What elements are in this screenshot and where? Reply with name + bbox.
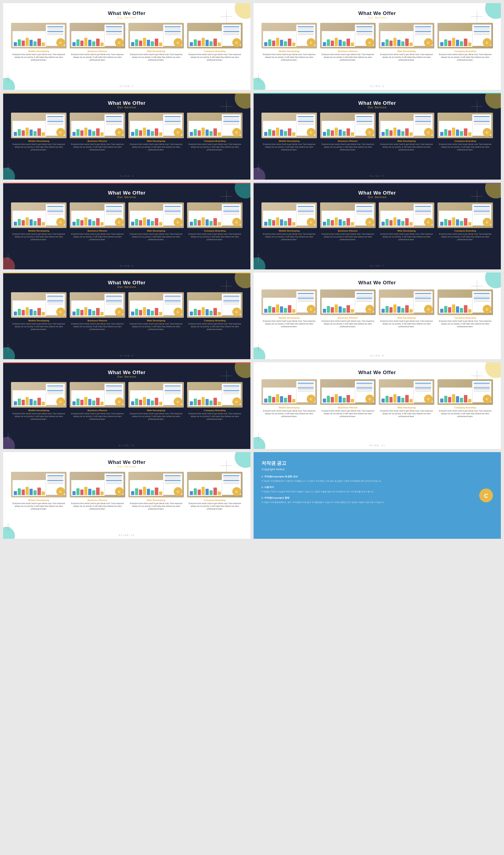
service-desc: Everyone here works hard to get clients … <box>379 53 434 61</box>
chart-area <box>380 388 414 403</box>
chart-area <box>71 31 105 47</box>
service-desc: Everyone here works hard to get clients … <box>187 502 243 510</box>
logo-badge: C <box>232 308 241 316</box>
slide-6: What We Offer Our Service C Mobil <box>3 183 250 269</box>
service-image: C <box>128 472 184 497</box>
copyright-slide: 저작권 공고 Copyright Notice 1. 저작권(Copyright… <box>254 452 501 539</box>
slide-number: SLIDE 3 <box>254 85 501 87</box>
copyright-logo: C <box>479 489 493 503</box>
service-desc: Everyone here works hard to get clients … <box>11 143 67 151</box>
slide-number: SLIDE 6 <box>3 265 250 267</box>
service-item: C Business Planner Everyone here works h… <box>320 202 376 241</box>
service-item: C Company Branding Everyone here works h… <box>187 113 243 151</box>
service-item: C Web Developing Everyone here works har… <box>379 289 434 328</box>
logo-badge: C <box>232 487 241 496</box>
chart-area <box>71 480 105 496</box>
slide-number: SLIDE 12 <box>3 534 250 536</box>
slide-inner: What We Offer Our Service C Mobil <box>3 183 250 269</box>
service-image: C <box>70 292 125 318</box>
service-desc: Everyone here works hard to get clients … <box>70 323 125 331</box>
service-item: C Mobile Developing Everyone here works … <box>261 379 317 418</box>
service-name: Web Developing <box>379 406 434 409</box>
logo-badge: C <box>424 305 433 313</box>
service-name: Web Developing <box>128 409 184 412</box>
chart-area <box>189 300 222 316</box>
slide-number: SLIDE 2 <box>3 85 250 87</box>
slide-7: What We Offer Our Service C Mobil <box>254 183 501 269</box>
service-desc: Everyone here works hard to get clients … <box>261 410 317 418</box>
service-name: Company Branding <box>437 406 493 409</box>
service-name: Business Planner <box>70 409 125 412</box>
service-name: Mobile Developing <box>261 317 317 319</box>
logo-badge: C <box>307 305 315 313</box>
slides-last-row: What We Offer Our Service C Mobil <box>0 452 504 542</box>
chart-area <box>322 31 355 47</box>
logo-badge: C <box>424 38 433 47</box>
slide-title: What We Offer <box>261 280 493 286</box>
copyright-section-content: 이 파일의 저작권을 침해하는 경우, 저작권법에 따른 법적 조치를 받을 수… <box>261 501 469 504</box>
slide-number: SLIDE 7 <box>254 265 501 267</box>
service-item: C Business Planner Everyone here works h… <box>70 472 125 510</box>
service-name: Company Branding <box>187 319 243 322</box>
slide-2: What We Offer Our Service C Mobil <box>3 3 250 90</box>
service-desc: Everyone here works hard to get clients … <box>128 502 184 510</box>
slide-title: What We Offer <box>11 459 243 465</box>
logo-badge: C <box>115 487 124 496</box>
chart-area <box>189 31 222 47</box>
service-image: C <box>261 113 317 138</box>
service-image: C <box>11 202 67 228</box>
service-name: Business Planner <box>320 140 376 142</box>
service-item: C Mobile Developing Everyone here works … <box>261 113 317 151</box>
service-image: C <box>187 382 243 408</box>
service-image: C <box>128 382 184 408</box>
service-name: Company Branding <box>437 230 493 232</box>
logo-badge: C <box>174 38 182 47</box>
service-item: C Mobile Developing Everyone here works … <box>11 202 67 241</box>
copyright-section-content: 이 파일은 개인적, 비상업적 목적으로만 사용할 수 있습니다. 상업적 이용… <box>261 490 469 493</box>
slide-subtitle: Our Service <box>11 196 243 198</box>
service-item: C Mobile Developing Everyone here works … <box>261 23 317 61</box>
service-name: Business Planner <box>70 319 125 322</box>
slides-grid: What We Offer Our Service C Mobil <box>0 0 504 452</box>
service-image: C <box>320 379 376 405</box>
service-desc: Everyone here works hard to get clients … <box>261 320 317 328</box>
service-image: C <box>437 379 493 405</box>
logo-badge: C <box>56 397 65 406</box>
service-item: C Company Branding Everyone here works h… <box>437 23 493 61</box>
service-image: C <box>437 202 493 228</box>
chart-area <box>263 298 296 313</box>
service-desc: Everyone here works hard to get clients … <box>11 502 67 510</box>
service-name: Mobile Developing <box>261 50 317 52</box>
slide-inner: What We Offer Our Service C Mobil <box>3 93 250 180</box>
logo-badge: C <box>232 38 241 47</box>
chart-area <box>189 211 222 226</box>
service-desc: Everyone here works hard to get clients … <box>70 233 125 241</box>
service-desc: Everyone here works hard to get clients … <box>128 233 184 241</box>
service-item: C Company Branding Everyone here works h… <box>187 382 243 421</box>
slide-8: What We Offer Our Service C Mobil <box>3 273 250 359</box>
slide-inner: What We Offer C Mobile Developin <box>254 273 501 359</box>
service-desc: Everyone here works hard to get clients … <box>187 323 243 331</box>
logo-badge: C <box>56 308 65 316</box>
service-image: C <box>379 289 434 315</box>
service-name: Company Branding <box>187 499 243 501</box>
service-image: C <box>437 289 493 315</box>
chart-area <box>189 121 222 137</box>
chart-area <box>263 211 296 226</box>
service-item: C Business Planner Everyone here works h… <box>70 382 125 421</box>
chart-area <box>13 300 46 316</box>
logo-badge: C <box>365 128 374 137</box>
service-image: C <box>187 202 243 228</box>
service-image: C <box>187 23 243 48</box>
copyright-section-content: 이 파일은 저작권법에 따라 보호되는 저작물입니다. 이 파일의 무단 복제,… <box>261 479 469 482</box>
service-item: C Web Developing Everyone here works har… <box>128 472 184 510</box>
logo-badge: C <box>307 218 315 226</box>
logo-badge: C <box>365 38 374 47</box>
service-item: C Business Planner Everyone here works h… <box>320 289 376 328</box>
service-item: C Web Developing Everyone here works har… <box>379 23 434 61</box>
service-name: Business Planner <box>320 50 376 52</box>
logo-badge: C <box>115 38 124 47</box>
service-item: C Mobile Developing Everyone here works … <box>11 23 67 61</box>
service-name: Company Branding <box>187 140 243 142</box>
logo-badge: C <box>483 128 491 137</box>
